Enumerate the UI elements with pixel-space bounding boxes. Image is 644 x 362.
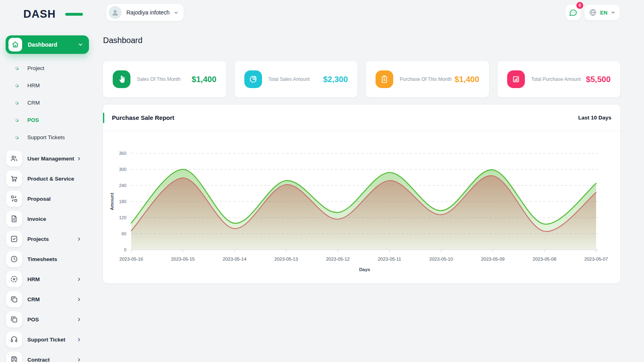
x-axis-title: Days: [359, 267, 370, 272]
stat-value: $2,300: [323, 75, 348, 84]
y-tick-label: 120: [119, 215, 126, 220]
stat-value: $5,500: [586, 75, 611, 84]
headset-icon: [6, 331, 22, 348]
y-tick-label: 360: [119, 151, 126, 156]
sidebar-item-timesheets[interactable]: Timesheets: [0, 249, 95, 269]
chevron-right-icon: [76, 237, 82, 242]
dashboard-submenu: Project HRM CRM POS Support Tickets: [0, 60, 95, 146]
purchase-sale-report-card: Purchase Sale Report Last 10 Days 060120…: [103, 105, 620, 283]
app-logo: DASH: [23, 8, 72, 20]
stat-label: Sales Of This Month: [137, 76, 181, 82]
company-name: Rajodiya infotech: [126, 9, 169, 16]
bullet-icon: [14, 135, 19, 140]
sidebar-item-contract[interactable]: Contract: [0, 350, 95, 362]
x-tick-label: 2023-05-07: [584, 257, 608, 261]
x-tick-label: 2023-05-13: [275, 257, 298, 261]
sidebar-item-label: Projects: [27, 236, 49, 242]
bar-chart-icon: [507, 70, 525, 88]
sidebar-item-dashboard[interactable]: Dashboard: [6, 35, 89, 54]
chevron-right-icon: [76, 297, 82, 302]
stat-value: $1,400: [454, 75, 479, 84]
stat-card-total-purchase-amount: Total Purchase Amount $5,500: [497, 61, 621, 97]
report-title: Purchase Sale Report: [112, 114, 174, 121]
stat-card-total-sales-amount: Total Sales Amount $2,300: [235, 61, 358, 97]
sidebar-item-label: CRM: [27, 296, 40, 302]
stat-label: Total Purchase Amount: [531, 76, 581, 82]
stat-label: Total Sales Amount: [268, 76, 310, 82]
stat-cards: Sales Of This Month $1,400 Total Sales A…: [103, 61, 620, 97]
svg-text:$: $: [384, 78, 386, 82]
x-tick-label: 2023-05-11: [378, 257, 401, 261]
sidebar-item-projects[interactable]: Projects: [0, 229, 95, 249]
sidebar-subitem-crm[interactable]: CRM: [0, 94, 95, 111]
sidebar-subitem-hrm[interactable]: HRM: [0, 77, 95, 94]
bullet-icon: [14, 101, 19, 105]
y-tick-label: 60: [122, 231, 126, 236]
stat-value: $1,400: [192, 75, 216, 84]
sidebar-item-support-ticket[interactable]: Support Ticket: [0, 329, 95, 350]
sidebar-item-label: User Management: [27, 156, 74, 162]
sidebar-subitem-label: CRM: [27, 100, 40, 106]
chat-icon: [569, 8, 578, 17]
blocks-icon: [6, 191, 22, 207]
x-tick-label: 2023-05-08: [533, 257, 556, 261]
sidebar-item-label: Invoice: [27, 216, 46, 222]
stat-card-sales-of-this-month: Sales Of This Month $1,400: [103, 61, 226, 97]
sidebar-item-crm[interactable]: CRM: [0, 289, 95, 309]
sidebar-item-invoice[interactable]: Invoice: [0, 209, 95, 229]
x-tick-label: 2023-05-15: [171, 257, 195, 261]
chevron-right-icon: [76, 357, 82, 362]
sidebar-item-proposal[interactable]: Proposal: [0, 189, 95, 209]
language-selector[interactable]: EN: [584, 5, 620, 20]
report-range-label: Last 10 Days: [578, 115, 611, 121]
bullet-icon: [14, 66, 19, 70]
page-title: Dashboard: [103, 36, 620, 45]
invoice-icon: [6, 211, 22, 227]
sidebar-subitem-pos[interactable]: POS: [0, 111, 95, 129]
y-tick-label: 300: [119, 167, 126, 172]
company-selector[interactable]: Rajodiya infotech: [106, 4, 184, 21]
sidebar-nav: User Management Product & Service Propos…: [0, 148, 95, 362]
globe-icon: [589, 8, 597, 16]
save-icon: [6, 352, 22, 362]
chevron-down-icon: [78, 42, 83, 47]
sidebar-item-label: Contract: [27, 357, 50, 362]
sidebar-subitem-label: HRM: [27, 82, 40, 88]
clock-icon: [6, 251, 22, 267]
app-logo-text: DASH: [23, 8, 56, 20]
sidebar-item-label: Dashboard: [28, 41, 57, 48]
stat-card-purchase-of-this-month: $ Purchase Of This Month $1,400: [366, 61, 489, 97]
x-tick-label: 2023-05-10: [429, 257, 453, 261]
messages-button[interactable]: 0: [566, 5, 581, 20]
stat-label: Purchase Of This Month: [400, 76, 452, 82]
y-tick-label: 240: [119, 183, 126, 188]
sidebar-item-user-management[interactable]: User Management: [0, 148, 95, 169]
x-tick-label: 2023-05-12: [326, 257, 350, 261]
sidebar-subitem-support-tickets[interactable]: Support Tickets: [0, 129, 95, 146]
chart-svg: 060120180240300360Amount2023-05-162023-0…: [103, 131, 620, 282]
chevron-down-icon: [173, 10, 179, 15]
x-tick-label: 2023-05-14: [223, 257, 246, 261]
sidebar-subitem-label: POS: [27, 117, 39, 123]
sidebar-item-pos[interactable]: POS: [0, 309, 95, 329]
check-square-icon: [6, 231, 22, 247]
chevron-right-icon: [76, 337, 82, 342]
sidebar-item-label: HRM: [27, 276, 40, 282]
sidebar-item-label: Support Ticket: [27, 337, 65, 343]
sidebar-item-hrm[interactable]: HRM: [0, 269, 95, 289]
purchase-sale-chart: 060120180240300360Amount2023-05-162023-0…: [103, 131, 620, 282]
sidebar-item-label: Proposal: [27, 196, 51, 202]
sidebar-item-product-service[interactable]: Product & Service: [0, 169, 95, 189]
sidebar-subitem-project[interactable]: Project: [0, 60, 95, 77]
bullet-icon: [14, 118, 19, 122]
main-content: Dashboard Sales Of This Month $1,400 Tot…: [103, 25, 620, 283]
chevron-down-icon: [611, 10, 615, 15]
pie-chart-icon: [244, 70, 262, 88]
focus-icon: [6, 271, 22, 287]
chevron-right-icon: [76, 156, 82, 161]
users-icon: [6, 150, 22, 167]
y-tick-label: 0: [124, 247, 126, 252]
sidebar-item-label: Timesheets: [27, 256, 57, 262]
sidebar: DASH Dashboard Project HRM CRM POS Suppo…: [0, 0, 95, 362]
clipboard-dollar-icon: $: [376, 70, 393, 88]
